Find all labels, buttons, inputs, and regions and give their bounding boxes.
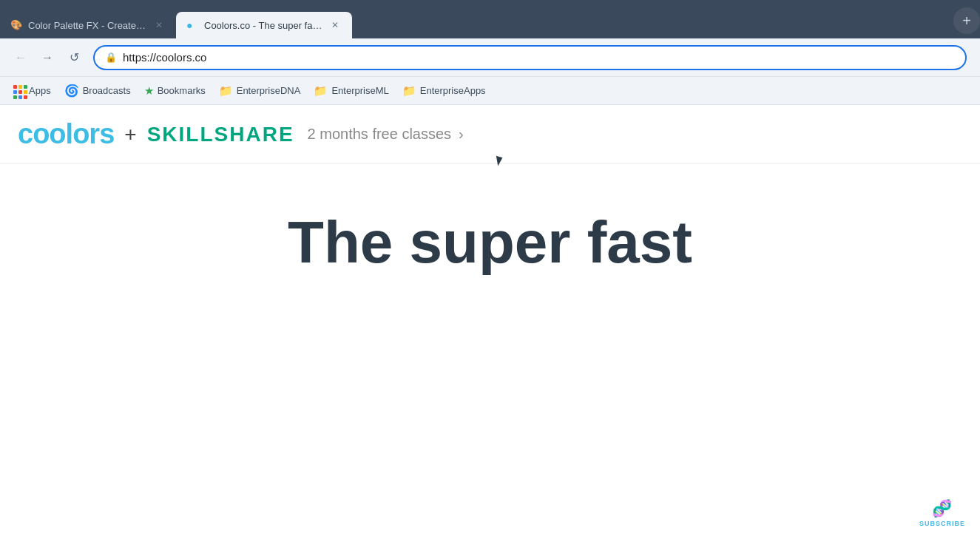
coolors-logo: coolors <box>18 118 114 150</box>
tab2-title: Coolors.co - The super fast color <box>204 20 322 31</box>
url-text: https://coolors.co <box>123 51 955 64</box>
folder-icon-apps: 📁 <box>402 84 416 98</box>
promo-desc: 2 months free classes <box>308 126 452 143</box>
bookmark-enterpriseapps[interactable]: 📁 EnterpriseApps <box>396 81 492 101</box>
promo-arrow: › <box>459 126 464 143</box>
page-content: coolors + SKILLSHARE 2 months free class… <box>0 105 980 542</box>
bookmark-apps[interactable]: Apps <box>7 82 57 100</box>
tab-bar: 🎨 Color Palette FX - Create Color P ✕ ● … <box>0 0 980 38</box>
bookmark-enterprisedna[interactable]: 📁 EnterpriseDNA <box>213 81 307 101</box>
folder-icon-ml: 📁 <box>314 84 328 98</box>
skillshare-text: SKILLSHARE <box>147 123 294 146</box>
promo-plus: + <box>124 123 136 146</box>
bookmark-broadcasts[interactable]: 🌀 Broadcasts <box>58 81 137 101</box>
address-bar[interactable]: 🔒 https://coolors.co <box>93 45 967 70</box>
tab-color-palette-fx[interactable]: 🎨 Color Palette FX - Create Color P ✕ <box>0 12 176 38</box>
broadcasts-icon: 🌀 <box>64 84 79 98</box>
bookmark-enterprisedna-label: EnterpriseDNA <box>237 85 301 96</box>
new-tab-button[interactable]: + <box>953 7 980 34</box>
tab-coolors[interactable]: ● Coolors.co - The super fast color ✕ <box>176 12 352 38</box>
back-button[interactable]: ← <box>9 46 33 70</box>
tab1-favicon: 🎨 <box>10 19 22 31</box>
lock-icon: 🔒 <box>105 52 117 63</box>
promo-bar: coolors + SKILLSHARE 2 months free class… <box>0 105 980 164</box>
bookmark-bookmarks-label: Bookmarks <box>158 85 206 96</box>
forward-button[interactable]: → <box>36 46 59 70</box>
bookmark-enterpriseml[interactable]: 📁 EnterpriseML <box>308 81 394 101</box>
bookmark-broadcasts-label: Broadcasts <box>83 85 131 96</box>
tab2-close-button[interactable]: ✕ <box>328 18 342 32</box>
subscribe-text: SUBSCRIBE <box>919 520 965 527</box>
folder-icon-dna: 📁 <box>219 84 233 98</box>
nav-bar: ← → ↺ 🔒 https://coolors.co <box>0 38 980 77</box>
subscribe-badge[interactable]: 🧬 SUBSCRIBE <box>919 499 965 527</box>
bookmark-enterpriseml-label: EnterpriseML <box>331 85 388 96</box>
bookmarks-bar: Apps 🌀 Broadcasts ★ Bookmarks 📁 Enterpri… <box>0 77 980 105</box>
tab2-favicon: ● <box>186 19 198 31</box>
apps-grid-icon <box>13 85 25 97</box>
bookmark-apps-label: Apps <box>29 85 51 96</box>
star-icon: ★ <box>144 84 154 98</box>
hero-title: The super fast <box>288 209 692 277</box>
tab1-close-button[interactable]: ✕ <box>152 18 166 32</box>
tab1-title: Color Palette FX - Create Color P <box>28 20 146 31</box>
bookmark-bookmarks[interactable]: ★ Bookmarks <box>138 81 212 101</box>
bookmark-enterpriseapps-label: EnterpriseApps <box>420 85 486 96</box>
hero-section: The super fast <box>0 164 980 277</box>
dna-icon: 🧬 <box>932 499 952 518</box>
reload-button[interactable]: ↺ <box>62 46 86 70</box>
